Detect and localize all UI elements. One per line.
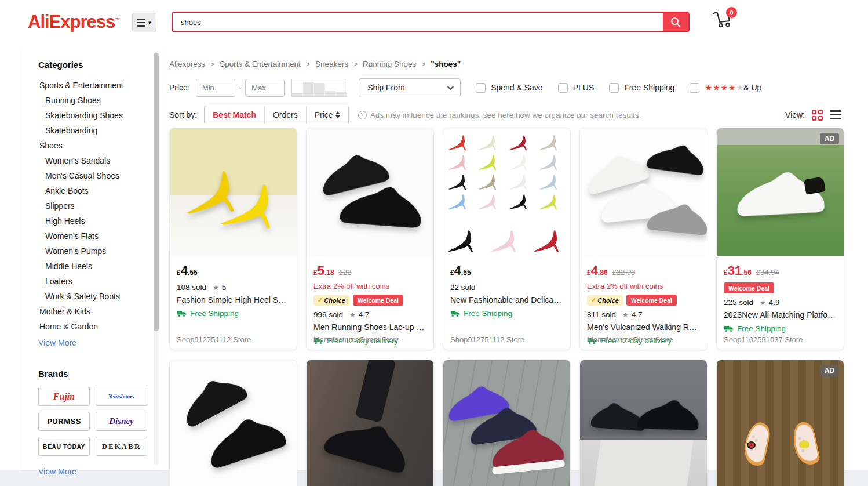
price-min-input[interactable] bbox=[196, 79, 235, 97]
truck-icon bbox=[177, 310, 187, 317]
sidebar-item-running-shoes[interactable]: Running Shoes bbox=[38, 93, 147, 108]
plus-checkbox[interactable]: PLUS bbox=[558, 83, 595, 93]
categories-view-more-link[interactable]: View More bbox=[38, 335, 147, 350]
breadcrumb-running-shoes[interactable]: Running Shoes bbox=[363, 60, 416, 68]
product-image[interactable]: AD bbox=[717, 128, 844, 256]
coins-offer: Extra 2% off with coins bbox=[313, 282, 426, 291]
spend-save-checkbox[interactable]: Spend & Save bbox=[476, 83, 543, 93]
sidebar-item-mens-casual-shoes[interactable]: Men's Casual Shoes bbox=[38, 168, 147, 183]
brand-purmss[interactable]: PURMSS bbox=[38, 412, 90, 431]
product-image[interactable] bbox=[307, 360, 433, 486]
brand-fujin[interactable]: Fujin bbox=[38, 387, 90, 406]
rating-value: 5 bbox=[222, 283, 227, 292]
search-button[interactable] bbox=[663, 13, 688, 31]
filter-bar: Price: - Ship From Spend & Save PLUS Fre bbox=[169, 78, 761, 97]
product-image[interactable] bbox=[580, 360, 707, 486]
product-title[interactable]: Fashion Simple High Heel Shiny La... bbox=[177, 295, 290, 304]
product-title[interactable]: New Fashionable and Delicate Swe... bbox=[450, 295, 563, 304]
brands-view-more-link[interactable]: View More bbox=[38, 464, 147, 479]
product-price: £31.56 bbox=[724, 263, 752, 278]
search-icon bbox=[670, 16, 681, 28]
product-grid: £4.55 108 sold★5 Fashion Simple High Hee… bbox=[169, 128, 844, 486]
original-price: £34.94 bbox=[756, 268, 779, 277]
sidebar-item-slippers[interactable]: Slippers bbox=[38, 198, 147, 213]
sidebar-item-skateboarding[interactable]: Skateboarding bbox=[38, 123, 147, 138]
brand-yeinshaars[interactable]: Yeinshaars bbox=[96, 387, 147, 406]
free-shipping-checkbox[interactable]: Free Shipping bbox=[609, 83, 674, 93]
ship-from-dropdown[interactable]: Ship From bbox=[359, 78, 461, 97]
brands-title: Brands bbox=[38, 369, 147, 379]
rating-filter-checkbox[interactable]: ★★★★★ & Up bbox=[690, 83, 761, 93]
breadcrumb-sports-entertainment[interactable]: Sports & Entertainment bbox=[220, 60, 301, 68]
product-card[interactable]: AD £31.56 £34.94 Welcome Deal 225 sold★4… bbox=[716, 128, 844, 350]
rating-value: 4.9 bbox=[769, 298, 780, 307]
brand-dekabr[interactable]: DEKABR bbox=[96, 437, 147, 456]
sort-price-button[interactable]: Price bbox=[307, 106, 348, 124]
price-max-input[interactable] bbox=[245, 79, 285, 97]
sidebar-item-womens-flats[interactable]: Women's Flats bbox=[38, 229, 147, 244]
product-image[interactable] bbox=[170, 128, 297, 256]
sidebar-item-womens-sandals[interactable]: Women's Sandals bbox=[38, 153, 147, 168]
product-card[interactable]: £4.86 £22.93 Extra 2% off with coins ✓Ch… bbox=[579, 128, 707, 350]
store-link[interactable]: Manufacturer Direct Store bbox=[313, 335, 400, 344]
search-input[interactable] bbox=[173, 13, 663, 31]
product-image[interactable] bbox=[443, 360, 570, 486]
product-title[interactable]: Men Running Shoes Lac-up Men's ... bbox=[313, 322, 426, 332]
categories-list: Sports & Entertainment Running Shoes Ska… bbox=[38, 78, 147, 334]
breadcrumb-aliexpress[interactable]: Aliexpress bbox=[169, 60, 205, 68]
cart-button[interactable]: 0 bbox=[712, 9, 738, 34]
main-content: Aliexpress > Sports & Entertainment > Sn… bbox=[169, 49, 847, 486]
product-card[interactable]: AD bbox=[716, 360, 844, 486]
sort-options: Best Match Orders Price bbox=[204, 106, 348, 124]
sidebar-item-loafers[interactable]: Loafers bbox=[38, 274, 147, 289]
sidebar-item-high-heels[interactable]: High Heels bbox=[38, 213, 147, 229]
brands-grid: Fujin Yeinshaars PURMSS Disney BEAU TODA… bbox=[38, 387, 147, 456]
product-image[interactable] bbox=[307, 128, 433, 256]
sidebar-item-mother-kids[interactable]: Mother & Kids bbox=[38, 304, 147, 319]
list-view-icon[interactable] bbox=[830, 110, 841, 119]
product-card[interactable] bbox=[579, 360, 707, 486]
breadcrumb-sneakers[interactable]: Sneakers bbox=[315, 60, 348, 68]
heel-shoe-graphic bbox=[218, 180, 294, 234]
breadcrumb-separator: > bbox=[353, 60, 358, 68]
grid-view-icon[interactable] bbox=[812, 110, 823, 121]
ladybug-charm-graphic bbox=[747, 441, 756, 449]
sidebar-item-work-safety-boots[interactable]: Work & Safety Boots bbox=[38, 289, 147, 304]
price-dash: - bbox=[239, 82, 242, 93]
brand-beau-today[interactable]: BEAU TODAY bbox=[38, 437, 90, 456]
sort-best-match-button[interactable]: Best Match bbox=[205, 106, 265, 124]
product-card[interactable] bbox=[306, 360, 434, 486]
store-link[interactable]: Shop912751112 Store bbox=[177, 335, 251, 344]
product-title[interactable]: 2023New All-Matching Platform W... bbox=[724, 310, 837, 320]
rating-value: 4.7 bbox=[359, 310, 370, 319]
product-card[interactable]: £5.18 £22 Extra 2% off with coins ✓Choic… bbox=[306, 128, 434, 350]
product-image[interactable] bbox=[580, 128, 707, 256]
sold-count: 996 sold bbox=[313, 310, 343, 319]
product-card[interactable] bbox=[169, 360, 297, 486]
product-price: £5.18 bbox=[313, 263, 334, 278]
sidebar-item-womens-pumps[interactable]: Women's Pumps bbox=[38, 244, 147, 259]
sidebar-item-ankle-boots[interactable]: Ankle Boots bbox=[38, 183, 147, 198]
sidebar-item-middle-heels[interactable]: Middle Heels bbox=[38, 259, 147, 274]
breadcrumb-separator: > bbox=[210, 60, 214, 68]
product-card[interactable]: £4.55 22 sold New Fashionable and Delica… bbox=[443, 128, 571, 350]
sidebar-item-home-garden[interactable]: Home & Garden bbox=[38, 319, 147, 334]
product-image[interactable] bbox=[443, 128, 570, 256]
product-card[interactable]: £4.55 108 sold★5 Fashion Simple High Hee… bbox=[169, 128, 297, 350]
categories-menu-button[interactable]: ▼ bbox=[132, 13, 156, 32]
product-card[interactable] bbox=[443, 360, 571, 486]
store-link[interactable]: Shop912751112 Store bbox=[450, 335, 524, 344]
sidebar-item-shoes[interactable]: Shoes bbox=[38, 138, 147, 153]
sidebar-item-sports-entertainment[interactable]: Sports & Entertainment bbox=[38, 78, 147, 93]
brand-disney[interactable]: Disney bbox=[96, 412, 147, 431]
product-title[interactable]: Men's Vulcanized Walking Running... bbox=[587, 322, 700, 332]
product-image[interactable] bbox=[170, 360, 297, 486]
sort-orders-button[interactable]: Orders bbox=[265, 106, 307, 124]
shipping-info: Free Shipping bbox=[724, 324, 837, 333]
sidebar-scrollbar-thumb[interactable] bbox=[154, 53, 159, 331]
sidebar-item-skateboarding-shoes[interactable]: Skateboarding Shoes bbox=[38, 108, 147, 123]
store-link[interactable]: Manufacturer Direct Store bbox=[587, 335, 673, 344]
product-image[interactable]: AD bbox=[717, 360, 844, 486]
store-link[interactable]: Shop1102551037 Store bbox=[724, 335, 803, 344]
aliexpress-logo[interactable]: AliExpress™ bbox=[28, 12, 120, 32]
